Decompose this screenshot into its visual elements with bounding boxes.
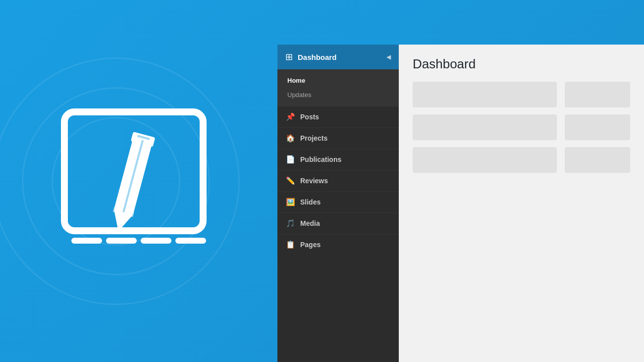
sidebar-submenu: Home Updates [277, 69, 399, 106]
content-blocks [413, 82, 630, 173]
publications-label: Publications [300, 155, 341, 163]
edit-icon-svg [50, 97, 218, 265]
content-block-3-wide [413, 147, 557, 173]
sidebar-item-slides[interactable]: 🖼️ Slides [277, 191, 399, 212]
content-row-3 [413, 147, 630, 173]
panel-area: ⊞ Dashboard ◀ Home Updates 📌 Posts 🏠 Pro… [277, 45, 644, 362]
posts-icon: 📌 [285, 112, 295, 121]
sidebar-item-pages[interactable]: 📋 Pages [277, 234, 399, 255]
content-block-2-wide [413, 114, 557, 140]
projects-icon: 🏠 [285, 134, 295, 143]
sidebar-dashboard-label: Dashboard [298, 53, 336, 61]
sidebar-arrow-icon: ◀ [386, 53, 391, 60]
page-title: Dashboard [413, 56, 630, 72]
sidebar-item-publications[interactable]: 📄 Publications [277, 149, 399, 170]
content-block-1-wide [413, 82, 557, 107]
content-block-3-narrow [565, 147, 630, 173]
dashboard-icon: ⊞ [285, 52, 293, 62]
slides-icon: 🖼️ [285, 198, 295, 207]
media-icon: 🎵 [285, 219, 295, 228]
content-row-2 [413, 114, 630, 140]
sidebar-item-media[interactable]: 🎵 Media [277, 212, 399, 234]
submenu-item-updates[interactable]: Updates [277, 88, 399, 102]
content-block-2-narrow [565, 114, 630, 140]
sidebar-item-reviews[interactable]: ✏️ Reviews [277, 170, 399, 191]
reviews-icon: ✏️ [285, 176, 295, 185]
content-row-1 [413, 82, 630, 107]
pages-icon: 📋 [285, 240, 295, 249]
submenu-item-home[interactable]: Home [277, 73, 399, 88]
posts-label: Posts [300, 113, 319, 121]
pages-label: Pages [300, 241, 321, 249]
media-label: Media [300, 219, 320, 227]
slides-label: Slides [300, 198, 321, 206]
publications-icon: 📄 [285, 155, 295, 164]
sidebar-dashboard-header[interactable]: ⊞ Dashboard ◀ [277, 45, 399, 69]
projects-label: Projects [300, 134, 327, 142]
sidebar: ⊞ Dashboard ◀ Home Updates 📌 Posts 🏠 Pro… [277, 45, 399, 362]
content-block-1-narrow [565, 82, 630, 107]
reviews-label: Reviews [300, 177, 328, 185]
hero-icon-area [30, 77, 238, 285]
sidebar-item-projects[interactable]: 🏠 Projects [277, 127, 399, 149]
main-content: Dashboard [399, 45, 644, 362]
sidebar-item-posts[interactable]: 📌 Posts [277, 106, 399, 127]
